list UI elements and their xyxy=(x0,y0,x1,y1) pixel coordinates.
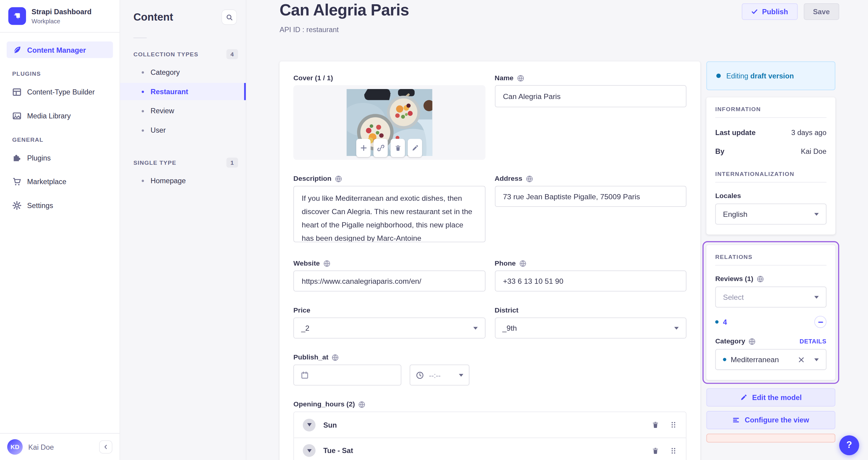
save-label: Save xyxy=(813,7,830,16)
content-subnav: Content COLLECTION TYPES 4 Category Rest… xyxy=(120,0,246,460)
publish-label: Publish xyxy=(762,7,788,16)
subnav-item-review[interactable]: Review xyxy=(120,102,246,120)
edit-media-button[interactable] xyxy=(408,139,422,157)
row-label: Sun xyxy=(323,421,337,429)
opening-hours-row-sun: Sun xyxy=(294,412,686,437)
add-media-button[interactable] xyxy=(356,139,371,157)
locale-select[interactable]: English xyxy=(715,203,827,224)
configure-view-label: Configure the view xyxy=(745,416,809,424)
earth-icon xyxy=(323,260,330,267)
clear-icon[interactable] xyxy=(798,356,804,362)
website-input[interactable] xyxy=(293,270,485,291)
bullet-icon xyxy=(142,110,144,112)
drag-handle[interactable] xyxy=(670,421,677,429)
sidebar-item-content-manager[interactable]: Content Manager xyxy=(7,41,113,58)
time-input[interactable]: --:-- xyxy=(410,365,469,386)
subnav-item-homepage[interactable]: Homepage xyxy=(120,172,246,189)
cover-media-box xyxy=(293,85,485,160)
price-label: Price xyxy=(293,306,310,314)
chevron-down-icon xyxy=(307,449,312,452)
brand: Strapi Dashboard Workplace xyxy=(0,0,120,33)
phone-label: Phone xyxy=(495,260,516,267)
date-input[interactable] xyxy=(293,365,401,386)
expand-row-button[interactable] xyxy=(303,419,315,431)
bullet-icon xyxy=(142,71,144,73)
reviews-select[interactable]: Select xyxy=(715,287,827,307)
sidebar-item-marketplace[interactable]: Marketplace xyxy=(7,173,113,190)
pencil-icon xyxy=(411,144,419,152)
sidebar-item-content-type-builder[interactable]: Content-Type Builder xyxy=(7,84,113,100)
district-label: District xyxy=(495,306,519,314)
sidebar-item-label: Media Library xyxy=(27,111,71,120)
count-badge: 4 xyxy=(227,50,238,59)
relations-card: RELATIONS Reviews (1) Select xyxy=(707,245,836,380)
name-input[interactable] xyxy=(495,85,686,107)
delete-row-button[interactable] xyxy=(652,421,659,429)
info-label: Last update xyxy=(715,128,755,137)
group-title: COLLECTION TYPES xyxy=(133,51,198,58)
group-header-single-type: SINGLE TYPE 1 xyxy=(120,155,246,172)
district-select[interactable]: _9th xyxy=(495,317,686,338)
info-row-last-update: Last update 3 days ago xyxy=(715,128,827,137)
info-label: By xyxy=(715,147,724,155)
earth-icon xyxy=(749,338,756,345)
trash-icon xyxy=(394,144,402,152)
sidebar-item-settings[interactable]: Settings xyxy=(7,197,113,213)
publish-button[interactable]: Publish xyxy=(742,3,797,20)
address-input[interactable] xyxy=(495,186,686,207)
delete-media-button[interactable] xyxy=(391,139,405,157)
subnav-item-label: Homepage xyxy=(151,176,186,185)
subnav-title: Content xyxy=(133,11,173,23)
single-type-list: Homepage xyxy=(120,172,246,189)
status-dot-icon xyxy=(716,74,721,78)
sidebar-item-plugins[interactable]: Plugins xyxy=(7,149,113,166)
delete-entry-button[interactable] xyxy=(707,434,836,442)
category-select[interactable]: Mediterranean xyxy=(715,349,827,370)
earth-icon xyxy=(332,354,339,361)
search-button[interactable] xyxy=(221,9,237,25)
subnav-item-restaurant[interactable]: Restaurant xyxy=(120,83,246,100)
field-description: Description If you like Mediterranean an… xyxy=(293,175,485,244)
configure-view-button[interactable]: Configure the view xyxy=(707,411,836,429)
sidebar-item-media-library[interactable]: Media Library xyxy=(7,107,113,124)
category-label-group: Category xyxy=(715,337,756,345)
group-title: SINGLE TYPE xyxy=(133,159,176,166)
edit-model-button[interactable]: Edit the model xyxy=(707,388,836,406)
locales-label: Locales xyxy=(715,192,827,200)
delete-row-button[interactable] xyxy=(652,447,659,455)
help-button[interactable]: ? xyxy=(839,435,859,455)
earth-icon xyxy=(756,275,764,283)
search-icon xyxy=(225,13,233,21)
sidebar-footer: KD Kai Doe xyxy=(0,433,120,460)
description-textarea[interactable]: If you like Mediterranean and exotic dis… xyxy=(293,186,485,242)
gear-icon xyxy=(12,200,22,210)
field-name: Name xyxy=(495,74,686,107)
field-address: Address xyxy=(495,175,686,207)
phone-input[interactable] xyxy=(495,270,686,291)
relation-dot-icon xyxy=(723,358,726,361)
price-select[interactable]: _2 xyxy=(293,317,485,338)
drag-handle[interactable] xyxy=(670,447,677,455)
trash-icon xyxy=(652,421,659,429)
details-link[interactable]: DETAILS xyxy=(800,338,827,344)
subnav-item-user[interactable]: User xyxy=(120,122,246,139)
count-badge: 1 xyxy=(227,158,238,168)
copy-link-button[interactable] xyxy=(373,139,388,157)
main-nav: Content Manager PLUGINS Content-Type Bui… xyxy=(0,33,120,221)
chevron-down-icon xyxy=(814,212,819,215)
remove-relation-button[interactable] xyxy=(814,316,827,328)
website-label: Website xyxy=(293,260,320,267)
expand-row-button[interactable] xyxy=(303,444,315,457)
subnav-item-label: Restaurant xyxy=(151,88,188,96)
chevron-down-icon xyxy=(459,374,463,376)
publish-at-label: Publish_at xyxy=(293,353,328,361)
description-label: Description xyxy=(293,175,332,183)
save-button[interactable]: Save xyxy=(803,3,839,20)
collapse-sidebar-button[interactable] xyxy=(99,440,113,454)
cover-label: Cover (1 / 1) xyxy=(293,74,333,82)
reviews-label: Reviews (1) xyxy=(715,275,753,283)
subnav-item-category[interactable]: Category xyxy=(120,64,246,81)
relation-link[interactable]: 4 xyxy=(723,318,727,326)
check-icon xyxy=(751,8,758,15)
sidebar-item-label: Marketplace xyxy=(27,177,66,185)
